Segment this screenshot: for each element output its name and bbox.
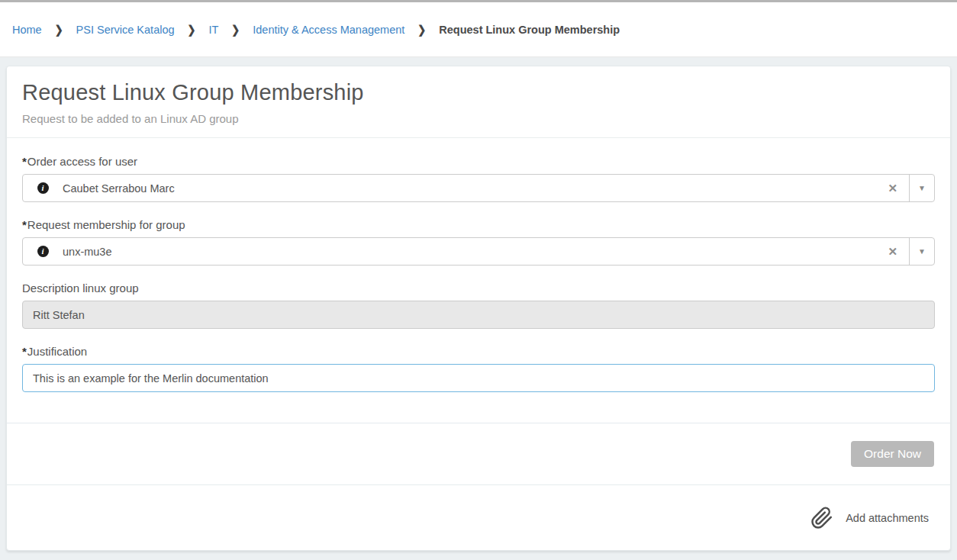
chevron-right-icon: ❯: [55, 23, 63, 36]
request-membership-for-group-combobox[interactable]: i unx-mu3e ✕ ▼: [22, 237, 935, 266]
clear-icon[interactable]: ✕: [876, 182, 909, 194]
description-linux-group-field: [22, 301, 935, 329]
attachments-section: Add attachments: [7, 484, 950, 550]
order-access-for-user-value: Caubet Serrabou Marc: [63, 182, 876, 195]
label-text: Description linux group: [22, 282, 139, 294]
label-text: Request membership for group: [27, 218, 185, 231]
label-text: Justification: [27, 345, 87, 358]
paperclip-icon: [810, 507, 833, 529]
breadcrumb: Home ❯ PSI Service Katalog ❯ IT ❯ Identi…: [12, 24, 620, 36]
info-icon-wrap: i: [23, 246, 63, 257]
field-justification: *Justification: [22, 345, 935, 392]
request-membership-for-group-label: *Request membership for group: [22, 218, 935, 231]
justification-field[interactable]: [22, 364, 935, 392]
chevron-down-icon[interactable]: ▼: [909, 175, 934, 201]
chevron-right-icon: ❯: [231, 23, 240, 36]
request-membership-for-group-value: unx-mu3e: [63, 246, 876, 258]
info-icon-wrap: i: [23, 182, 63, 194]
label-text: Order access for user: [27, 155, 137, 168]
breadcrumb-psi-service-katalog[interactable]: PSI Service Katalog: [76, 24, 175, 36]
request-form-card: Request Linux Group Membership Request t…: [6, 66, 951, 551]
add-attachments-label: Add attachments: [846, 512, 929, 524]
form-section: *Order access for user i Caubet Serrabou…: [7, 138, 950, 423]
clear-icon[interactable]: ✕: [876, 246, 909, 257]
chevron-right-icon: ❯: [188, 23, 196, 36]
card-header: Request Linux Group Membership Request t…: [7, 66, 950, 138]
page-title: Request Linux Group Membership: [22, 80, 935, 105]
breadcrumb-bar: Home ❯ PSI Service Katalog ❯ IT ❯ Identi…: [0, 2, 957, 57]
breadcrumb-home[interactable]: Home: [12, 24, 42, 36]
add-attachments[interactable]: Add attachments: [810, 507, 929, 529]
actions-section: Order Now: [7, 423, 950, 484]
field-description-linux-group: Description linux group: [22, 282, 935, 329]
chevron-right-icon: ❯: [417, 23, 426, 36]
field-request-membership-for-group: *Request membership for group i unx-mu3e…: [22, 218, 935, 266]
order-now-button[interactable]: Order Now: [851, 441, 934, 467]
justification-label: *Justification: [22, 345, 935, 358]
breadcrumb-current: Request Linux Group Membership: [439, 24, 620, 36]
description-linux-group-label: Description linux group: [22, 282, 935, 294]
order-access-for-user-label: *Order access for user: [22, 155, 935, 168]
field-order-access-for-user: *Order access for user i Caubet Serrabou…: [22, 155, 935, 202]
required-marker: *: [22, 218, 27, 231]
info-icon: i: [37, 246, 49, 257]
page-subtitle: Request to be added to an Linux AD group: [22, 112, 935, 125]
breadcrumb-identity-access-management[interactable]: Identity & Access Management: [253, 24, 404, 36]
required-marker: *: [22, 345, 27, 358]
chevron-down-icon[interactable]: ▼: [909, 238, 934, 265]
breadcrumb-it[interactable]: IT: [208, 24, 218, 36]
info-icon: i: [37, 182, 49, 194]
required-marker: *: [22, 155, 27, 168]
order-access-for-user-combobox[interactable]: i Caubet Serrabou Marc ✕ ▼: [22, 174, 935, 202]
